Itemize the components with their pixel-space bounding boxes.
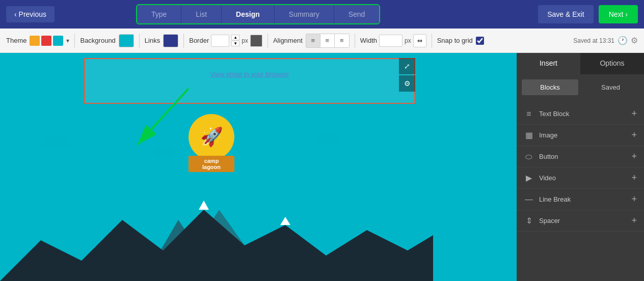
svg-marker-5 bbox=[199, 201, 209, 210]
alignment-label: Alignment bbox=[273, 37, 303, 44]
history-icon[interactable]: 🕐 bbox=[618, 36, 628, 45]
border-increment[interactable]: ▲ bbox=[231, 35, 239, 40]
previous-button[interactable]: ‹ Previous bbox=[6, 6, 55, 22]
border-value-input[interactable]: 0 bbox=[211, 35, 229, 47]
image-label: Image bbox=[539, 131, 557, 139]
svg-point-9 bbox=[52, 135, 68, 146]
width-label: Width bbox=[360, 37, 377, 44]
logo-line1: camp bbox=[204, 158, 219, 164]
view-email-link[interactable]: View email in your browser bbox=[210, 70, 289, 78]
border-color-swatch[interactable] bbox=[250, 35, 262, 47]
wizard-steps: Type List Design Summary Send bbox=[136, 4, 380, 24]
theme-color-teal[interactable] bbox=[53, 36, 63, 46]
links-color-swatch[interactable] bbox=[163, 34, 178, 47]
border-label: Border bbox=[189, 37, 209, 44]
step-design[interactable]: Design bbox=[222, 5, 275, 23]
button-add-button[interactable]: + bbox=[631, 151, 637, 162]
saved-status: Saved at 13:31 🕐 ⚙ bbox=[573, 36, 638, 45]
divider-4 bbox=[267, 34, 268, 48]
theme-color-red[interactable] bbox=[41, 36, 51, 46]
cloud-1 bbox=[41, 134, 71, 149]
snap-control: Snap to grid bbox=[437, 37, 484, 45]
video-icon: ▶ bbox=[524, 173, 534, 183]
alignment-group: ≡ ≡ ≡ bbox=[306, 34, 350, 48]
divider-2 bbox=[139, 34, 140, 48]
line-break-add-button[interactable]: + bbox=[631, 194, 637, 205]
email-preview-inner: View email in your browser bbox=[85, 59, 414, 89]
panel-tabs: Insert Options bbox=[517, 53, 644, 74]
block-item-left-image: ▦ Image bbox=[524, 130, 557, 140]
next-button[interactable]: Next › bbox=[599, 5, 638, 23]
saved-text: Saved at 13:31 bbox=[573, 37, 614, 44]
snap-label: Snap to grid bbox=[437, 37, 473, 44]
logo-area: 🚀 camp lagoon bbox=[189, 114, 234, 172]
align-center-button[interactable]: ≡ bbox=[320, 34, 335, 47]
theme-dropdown-arrow[interactable]: ▾ bbox=[66, 37, 69, 44]
spacer-icon: ⇕ bbox=[524, 216, 534, 226]
block-item-image[interactable]: ▦ Image + bbox=[517, 125, 644, 146]
theme-colors[interactable] bbox=[30, 36, 63, 46]
button-block-icon: ⬭ bbox=[524, 152, 534, 161]
divider-5 bbox=[355, 34, 355, 48]
divider-1 bbox=[74, 34, 75, 48]
step-type[interactable]: Type bbox=[137, 5, 181, 23]
width-value-input[interactable]: 650 bbox=[379, 35, 403, 47]
tab-insert[interactable]: Insert bbox=[517, 53, 580, 74]
block-item-left-button: ⬭ Button bbox=[524, 152, 558, 161]
links-label: Links bbox=[145, 37, 160, 44]
tab-options[interactable]: Options bbox=[580, 53, 644, 74]
svg-marker-6 bbox=[280, 217, 290, 225]
background-label: Background bbox=[80, 37, 115, 44]
border-spinner: ▲ ▼ bbox=[231, 35, 239, 46]
alignment-control: Alignment ≡ ≡ ≡ bbox=[273, 34, 350, 48]
video-add-button[interactable]: + bbox=[631, 173, 637, 183]
spacer-add-button[interactable]: + bbox=[631, 215, 637, 226]
links-control: Links bbox=[145, 34, 178, 47]
background-color-swatch[interactable] bbox=[119, 34, 134, 47]
divider-3 bbox=[183, 34, 184, 48]
block-item-left-spacer: ⇕ Spacer bbox=[524, 216, 560, 226]
svg-point-15 bbox=[162, 148, 174, 156]
block-item-line-break[interactable]: — Line Break + bbox=[517, 189, 644, 210]
text-block-icon: ≡ bbox=[524, 109, 534, 119]
top-right-actions: Save & Exit Next › bbox=[538, 5, 638, 23]
email-preview[interactable]: View email in your browser ⤢ ⚙ bbox=[84, 58, 415, 104]
block-item-text-block[interactable]: ≡ Text Block + bbox=[517, 103, 644, 125]
step-list[interactable]: List bbox=[181, 5, 222, 23]
step-summary[interactable]: Summary bbox=[275, 5, 334, 23]
theme-label: Theme bbox=[6, 37, 26, 44]
panel-sub-tabs: Blocks Saved bbox=[517, 74, 644, 100]
background-control: Background bbox=[80, 34, 133, 47]
image-icon: ▦ bbox=[524, 130, 534, 140]
cloud-2 bbox=[316, 132, 341, 145]
width-link-button[interactable]: ⇔ bbox=[413, 34, 426, 47]
block-item-spacer[interactable]: ⇕ Spacer + bbox=[517, 210, 644, 232]
theme-control: Theme ▾ bbox=[6, 36, 69, 46]
cloud-3 bbox=[153, 147, 176, 159]
main-content: View email in your browser ⤢ ⚙ 🚀 camp bbox=[0, 53, 644, 281]
snap-checkbox[interactable] bbox=[476, 37, 484, 45]
image-add-button[interactable]: + bbox=[631, 130, 637, 140]
video-label: Video bbox=[539, 174, 556, 182]
button-label: Button bbox=[539, 153, 558, 160]
border-decrement[interactable]: ▼ bbox=[231, 41, 239, 46]
width-control: Width 650 px ⇔ bbox=[360, 34, 426, 47]
sub-tab-blocks[interactable]: Blocks bbox=[522, 79, 578, 95]
top-bar: ‹ Previous Type List Design Summary Send… bbox=[0, 0, 644, 29]
save-exit-button[interactable]: Save & Exit bbox=[538, 5, 593, 23]
right-panel: Insert Options Blocks Saved ≡ Text Block… bbox=[517, 53, 644, 281]
preview-settings-button[interactable]: ⚙ bbox=[399, 75, 415, 92]
block-item-left-video: ▶ Video bbox=[524, 173, 556, 183]
block-item-video[interactable]: ▶ Video + bbox=[517, 167, 644, 189]
align-right-button[interactable]: ≡ bbox=[335, 34, 349, 47]
step-send[interactable]: Send bbox=[334, 5, 380, 23]
align-left-button[interactable]: ≡ bbox=[306, 34, 320, 47]
text-block-add-button[interactable]: + bbox=[631, 108, 637, 119]
block-item-button[interactable]: ⬭ Button + bbox=[517, 146, 644, 167]
settings-icon[interactable]: ⚙ bbox=[631, 36, 638, 45]
preview-expand-button[interactable]: ⤢ bbox=[399, 58, 415, 74]
sub-tab-saved[interactable]: Saved bbox=[582, 79, 639, 95]
blocks-list: ≡ Text Block + ▦ Image + ⬭ Button + bbox=[517, 100, 644, 235]
theme-color-orange[interactable] bbox=[30, 36, 40, 46]
text-block-label: Text Block bbox=[539, 110, 569, 118]
